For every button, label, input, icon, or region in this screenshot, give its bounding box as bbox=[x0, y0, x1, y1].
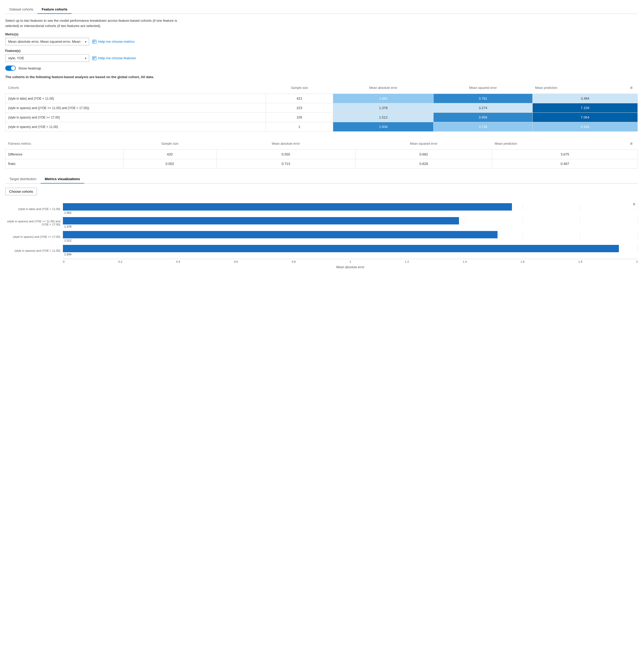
x-tick: 0.4 bbox=[176, 260, 180, 263]
fairness-table-menu-icon[interactable]: ≡ bbox=[628, 140, 635, 147]
cell-sample-size: 421 bbox=[266, 94, 333, 103]
page-description: Select up to two features to see the mod… bbox=[5, 18, 189, 28]
chart-bar-row: (style in spaces) and (YOE < 11.00) 1.93… bbox=[5, 245, 638, 256]
chart-bar-row: (style in spaces) and (YOE >= 11.00) and… bbox=[5, 217, 638, 228]
x-tick: 0 bbox=[63, 260, 64, 263]
chart-bar-row: (style in spaces) and (YOE >= 17.00) 1.5… bbox=[5, 231, 638, 242]
x-tick: 0.8 bbox=[292, 260, 296, 263]
svg-rect-6 bbox=[93, 58, 95, 59]
help-features-label: Help me choose features bbox=[98, 56, 136, 60]
cell-fairness-mp: 3.675 bbox=[492, 150, 638, 159]
x-tick: 0.2 bbox=[118, 260, 122, 263]
features-dropdown-wrapper: style, YOE ▼ bbox=[5, 54, 89, 62]
x-tick: 0.6 bbox=[234, 260, 238, 263]
tab-dataset-cohorts[interactable]: Dataset cohorts bbox=[5, 5, 37, 14]
help-metrics-link[interactable]: Help me choose metrics bbox=[92, 39, 134, 44]
x-tick: 1 bbox=[349, 260, 351, 263]
cell-mse: 3.739 bbox=[434, 122, 532, 132]
help-metrics-label: Help me choose metrics bbox=[98, 39, 134, 44]
heatmap-toggle-label: Show heatmap bbox=[19, 66, 41, 70]
heatmap-toggle[interactable] bbox=[5, 65, 16, 71]
fairness-table: Fairness metrics Sample size Mean absolu… bbox=[5, 138, 638, 169]
cell-mse: 3.274 bbox=[434, 103, 532, 113]
heatmap-toggle-row: Show heatmap bbox=[5, 65, 638, 71]
cell-sample-size: 1 bbox=[266, 122, 333, 132]
features-label: Feature(s) bbox=[5, 49, 638, 53]
svg-rect-1 bbox=[93, 41, 96, 41]
table-row: Difference 420 0.555 0.682 3.675 bbox=[5, 150, 638, 159]
x-axis-label: Mean absolute error bbox=[63, 265, 638, 269]
chart-bar-area: 1.934 bbox=[63, 245, 638, 256]
cell-cohort: (style in spaces) and ((YOE >= 11.00) an… bbox=[5, 103, 266, 113]
main-table-container: Cohorts Sample size Mean absolute error … bbox=[5, 82, 638, 132]
features-row: style, YOE ▼ Help me choose features bbox=[5, 54, 638, 62]
help-features-icon bbox=[92, 56, 96, 60]
tab-metrics-visualizations[interactable]: Metrics visualizations bbox=[41, 175, 84, 183]
chart-bar-area: 1.562 bbox=[63, 203, 638, 215]
bar-chart: (style in tabs) and (YOE < 11.00) 1.562 … bbox=[5, 201, 638, 279]
cell-fairness-metric: Difference bbox=[5, 150, 123, 159]
cell-mae: 1.934 bbox=[333, 122, 434, 132]
svg-rect-3 bbox=[93, 42, 94, 43]
chart-bar-value: 1.934 bbox=[64, 253, 72, 256]
chart-bar-value: 1.562 bbox=[64, 211, 72, 214]
cell-mp: 7.159 bbox=[532, 103, 638, 113]
cohort-note: The cohorts in the following feature-bas… bbox=[5, 75, 638, 79]
cell-fairness-metric: Ratio bbox=[5, 159, 123, 169]
cell-fairness-mse: 0.828 bbox=[355, 159, 492, 169]
metrics-label: Metric(s) bbox=[5, 33, 638, 36]
svg-rect-5 bbox=[93, 57, 96, 58]
col-header-sample-size: Sample size bbox=[266, 82, 333, 94]
svg-rect-7 bbox=[93, 59, 94, 59]
metrics-dropdown-wrapper: Mean absolute error, Mean squared error,… bbox=[5, 38, 89, 45]
chart-bar-label: (style in spaces) and (YOE >= 11.00) and… bbox=[5, 220, 63, 226]
chart-x-axis: 00.20.40.60.811.21.41.61.82 Mean absolut… bbox=[5, 259, 638, 269]
cell-fairness-mae: 0.713 bbox=[216, 159, 355, 169]
main-table-menu-icon[interactable]: ≡ bbox=[628, 84, 635, 92]
chart-bar-label: (style in tabs) and (YOE < 11.00) bbox=[5, 207, 63, 211]
fairness-col-header-metric: Fairness metrics bbox=[5, 138, 123, 150]
x-tick: 2 bbox=[636, 260, 638, 263]
metrics-dropdown[interactable]: Mean absolute error, Mean squared error,… bbox=[5, 38, 89, 45]
table-row: Ratio 0.002 0.713 0.828 0.487 bbox=[5, 159, 638, 169]
cell-mse: 3.781 bbox=[434, 94, 532, 103]
help-features-link[interactable]: Help me choose features bbox=[92, 56, 136, 60]
table-row: (style in spaces) and (YOE < 11.00) 1 1.… bbox=[5, 122, 638, 132]
chart-bar-label: (style in spaces) and (YOE >= 17.00) bbox=[5, 235, 63, 238]
cell-sample-size: 223 bbox=[266, 103, 333, 113]
main-tabs: Dataset cohorts Feature cohorts bbox=[5, 5, 638, 14]
choose-cohorts-button[interactable]: Choose cohorts bbox=[5, 188, 37, 195]
tab-feature-cohorts[interactable]: Feature cohorts bbox=[37, 5, 72, 14]
chart-bar-label: (style in spaces) and (YOE < 11.00) bbox=[5, 249, 63, 252]
x-tick: 1.4 bbox=[463, 260, 466, 263]
table-row: (style in tabs) and (YOE < 11.00) 421 1.… bbox=[5, 94, 638, 103]
metrics-field-group: Metric(s) Mean absolute error, Mean squa… bbox=[5, 33, 638, 45]
cell-fairness-mp: 0.487 bbox=[492, 159, 638, 169]
tab-target-distribution[interactable]: Target distribution bbox=[5, 175, 41, 183]
fairness-table-container: Fairness metrics Sample size Mean absolu… bbox=[5, 138, 638, 169]
svg-rect-2 bbox=[93, 41, 95, 42]
cell-mp: 7.064 bbox=[532, 113, 638, 122]
col-header-mp: Mean prediction ≡ bbox=[532, 82, 638, 94]
fairness-col-header-mse: Mean squared error bbox=[355, 138, 492, 150]
chart-bar-area: 1.512 bbox=[63, 231, 638, 242]
toggle-knob bbox=[11, 66, 15, 70]
cell-mp: 5.934 bbox=[532, 122, 638, 132]
fairness-col-header-mp: Mean prediction ≡ bbox=[492, 138, 638, 150]
features-dropdown[interactable]: style, YOE bbox=[5, 54, 89, 62]
x-tick: 1.2 bbox=[405, 260, 409, 263]
cell-mp: 3.484 bbox=[532, 94, 638, 103]
cell-fairness-mae: 0.555 bbox=[216, 150, 355, 159]
cell-cohort: (style in tabs) and (YOE < 11.00) bbox=[5, 94, 266, 103]
x-tick: 1.6 bbox=[521, 260, 524, 263]
cell-mae: 1.512 bbox=[333, 113, 434, 122]
chart-bar bbox=[63, 203, 512, 211]
chart-bar bbox=[63, 217, 459, 225]
chart-bar-row: (style in tabs) and (YOE < 11.00) 1.562 bbox=[5, 203, 638, 215]
cell-cohort: (style in spaces) and (YOE >= 17.00) bbox=[5, 113, 266, 122]
fairness-col-header-mae: Mean absolute error bbox=[216, 138, 355, 150]
features-field-group: Feature(s) style, YOE ▼ Help me choose f… bbox=[5, 49, 638, 62]
cell-fairness-mse: 0.682 bbox=[355, 150, 492, 159]
col-header-mse: Mean squared error bbox=[434, 82, 532, 94]
x-tick: 1.8 bbox=[578, 260, 582, 263]
